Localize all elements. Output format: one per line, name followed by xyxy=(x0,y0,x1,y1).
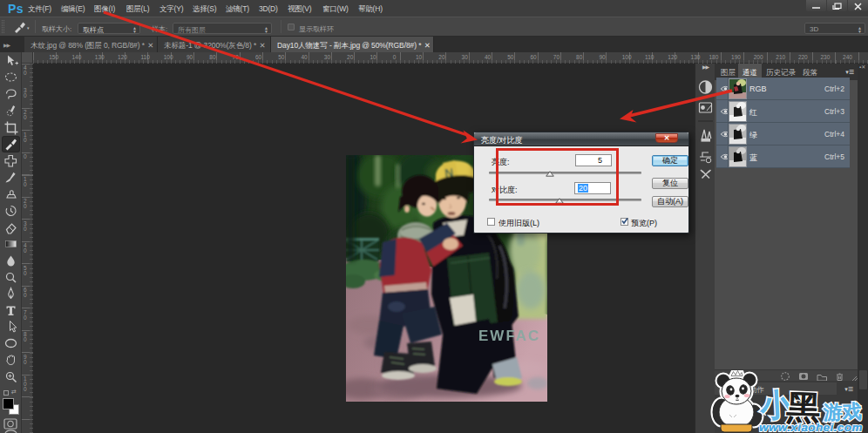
svg-text:www.xiaohei.com: www.xiaohei.com xyxy=(759,421,863,433)
svg-text:EWFAC: EWFAC xyxy=(478,328,540,344)
